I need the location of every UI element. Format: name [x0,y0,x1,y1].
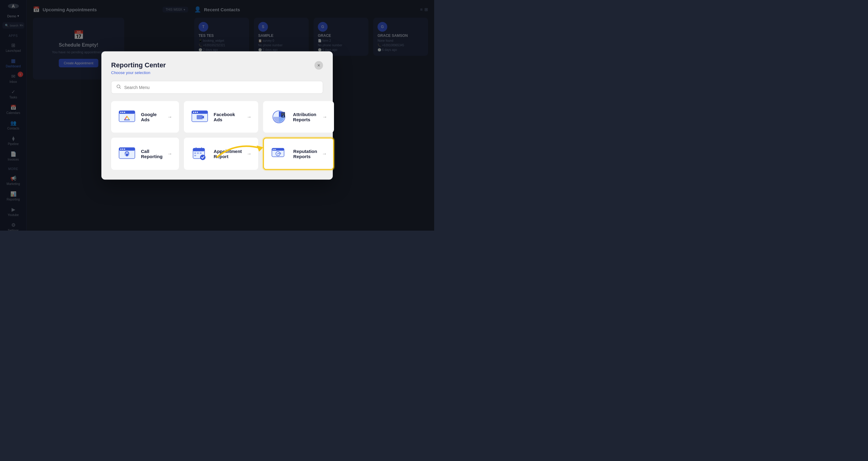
call-reporting-icon [118,144,136,163]
svg-rect-17 [282,113,285,113]
reputation-label: Reputation Reports [293,148,317,159]
call-reporting-label: Call Reporting [141,148,162,159]
modal-subtitle[interactable]: Choose your selection [111,70,166,75]
google-ads-label: Google Ads [141,112,162,122]
call-reporting-arrow: → [167,151,172,156]
facebook-ads-label: Facebook Ads [214,112,242,122]
svg-point-42 [275,149,276,150]
svg-rect-20 [282,115,283,115]
modal-header-text: Reporting Center Choose your selection [111,61,166,75]
facebook-ads-icon [191,108,209,126]
svg-rect-34 [197,152,199,153]
report-card-attribution[interactable]: Attribution Reports → [263,101,334,133]
svg-point-40 [273,149,274,150]
report-card-google-ads[interactable]: Google Ads → [111,101,179,133]
svg-rect-30 [193,148,205,151]
report-card-call-reporting[interactable]: Call Reporting → [111,137,179,170]
appointment-arrow: → [247,151,251,156]
appointment-icon [191,144,209,163]
search-icon [116,84,121,90]
svg-point-11 [197,112,198,113]
attribution-arrow: → [322,114,327,119]
svg-rect-18 [282,114,285,114]
svg-point-27 [124,148,125,150]
svg-rect-19 [282,114,285,115]
svg-point-41 [274,149,275,150]
svg-point-9 [193,112,194,113]
facebook-ads-arrow: → [247,114,251,119]
svg-rect-16 [282,112,285,113]
attribution-label: Attribution Reports [293,112,317,122]
report-card-reputation[interactable]: Reputation Reports → [263,137,334,170]
attribution-icon [270,108,288,126]
svg-point-6 [124,112,125,113]
google-ads-icon [118,108,136,126]
svg-point-37 [200,154,206,160]
modal-search-input[interactable] [124,85,318,90]
svg-rect-33 [194,152,196,153]
modal-search-bar[interactable] [111,81,323,93]
svg-point-25 [120,148,122,150]
modal-title: Reporting Center [111,61,166,69]
report-card-facebook-ads[interactable]: Facebook Ads → [184,101,258,133]
svg-point-5 [122,112,123,113]
appointment-label: Appointment Report [214,148,242,159]
report-grid: Google Ads → Facebook Ads → [111,101,323,170]
svg-rect-36 [194,155,196,156]
svg-rect-22 [283,115,284,117]
google-ads-arrow: → [167,114,172,119]
modal-header: Reporting Center Choose your selection × [111,61,323,75]
svg-point-4 [120,112,122,113]
reputation-arrow: → [322,151,327,156]
reputation-icon [270,144,288,163]
svg-line-1 [120,87,121,88]
report-card-appointment[interactable]: Appointment Report → [184,137,258,170]
svg-point-26 [122,148,123,150]
svg-rect-39 [272,148,284,150]
svg-rect-35 [200,152,202,153]
reporting-center-modal: Reporting Center Choose your selection × [101,51,333,179]
modal-close-button[interactable]: × [314,61,323,69]
svg-point-10 [195,112,196,113]
svg-rect-21 [282,116,283,117]
